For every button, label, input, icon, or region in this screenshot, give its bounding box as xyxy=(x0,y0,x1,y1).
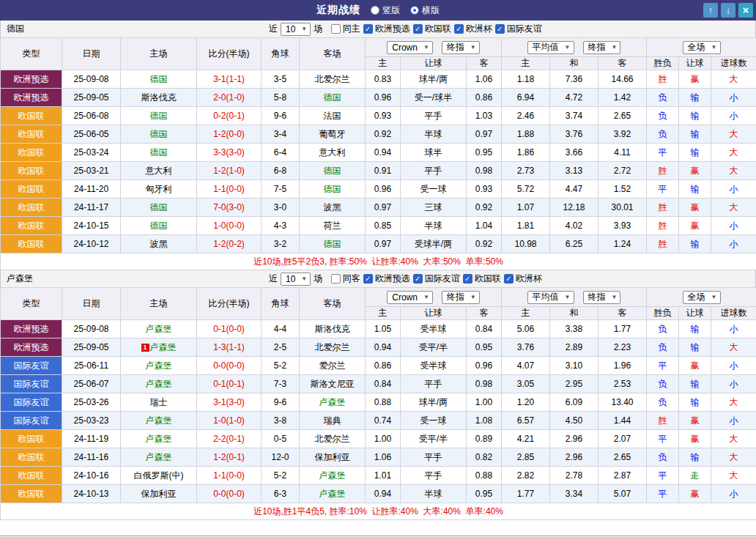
eu-home-odds: 4.21 xyxy=(502,430,550,448)
checkbox-icon[interactable] xyxy=(331,274,341,284)
summary-row: 近10场,胜1平4负5, 胜率:10% 让胜率:40% 大率:40% 单率:40… xyxy=(1,503,756,520)
team-link[interactable]: 爱尔兰 xyxy=(319,360,346,371)
team-link[interactable]: 葡萄牙 xyxy=(319,129,346,139)
match-type-badge: 欧国联 xyxy=(1,199,62,217)
team-link[interactable]: 卢森堡 xyxy=(150,342,177,352)
team-link[interactable]: 北爱尔兰 xyxy=(315,434,350,444)
match-date: 25-03-23 xyxy=(62,412,121,430)
match-count-select[interactable]: 10▼ xyxy=(281,23,311,36)
scope-select[interactable]: 全场▼ xyxy=(683,41,721,54)
team-link[interactable]: 德国 xyxy=(150,221,168,231)
team-link[interactable]: 卢森堡 xyxy=(146,360,172,371)
team-link[interactable]: 德国 xyxy=(150,111,168,121)
league-filter-1[interactable]: 欧国联 xyxy=(413,23,451,35)
team-link[interactable]: 斯洛伐克 xyxy=(315,324,350,334)
match-type-badge: 国际友谊 xyxy=(1,375,62,393)
checkbox-icon[interactable] xyxy=(413,24,423,34)
checkbox-icon[interactable] xyxy=(363,24,373,34)
team-link[interactable]: 法国 xyxy=(324,111,341,121)
chevron-down-icon: ▼ xyxy=(711,294,717,300)
team-link[interactable]: 瑞士 xyxy=(150,397,168,407)
final-odds-select-2[interactable]: 终指▼ xyxy=(583,41,621,54)
team-link[interactable]: 德国 xyxy=(324,184,341,194)
average-select[interactable]: 平均值▼ xyxy=(527,291,574,304)
result-handicap: 输 xyxy=(679,338,711,357)
checkbox-icon[interactable] xyxy=(495,24,505,34)
league-filter-0[interactable]: 欧洲预选 xyxy=(363,23,410,35)
team-link[interactable]: 卢森堡 xyxy=(319,397,346,407)
team-link[interactable]: 斯洛文尼亚 xyxy=(311,379,355,389)
team-link[interactable]: 荷兰 xyxy=(324,221,341,231)
team-link[interactable]: 瑞典 xyxy=(324,415,341,426)
bookmaker-select[interactable]: Crown▼ xyxy=(387,291,433,304)
result-wdl: 负 xyxy=(647,448,679,467)
bookmaker-select[interactable]: Crown▼ xyxy=(387,41,433,54)
checkbox-icon[interactable] xyxy=(331,24,341,34)
result-handicap: 赢 xyxy=(679,70,711,89)
league-filter-3[interactable]: 欧洲杯 xyxy=(504,273,542,285)
radio-icon[interactable] xyxy=(371,6,379,15)
checkbox-icon[interactable] xyxy=(463,274,472,284)
team-link[interactable]: 北爱尔兰 xyxy=(315,74,350,84)
team-link[interactable]: 波黑 xyxy=(324,202,341,212)
team-link[interactable]: 卢森堡 xyxy=(319,470,346,481)
scope-select[interactable]: 全场▼ xyxy=(683,291,721,304)
league-filter-3[interactable]: 国际友谊 xyxy=(495,23,542,35)
team-link[interactable]: 白俄罗斯(中) xyxy=(134,470,184,481)
eu-draw-odds: 2.95 xyxy=(550,375,598,393)
team-link[interactable]: 卢森堡 xyxy=(146,415,172,426)
league-filter-1[interactable]: 国际友谊 xyxy=(413,273,460,285)
team-link[interactable]: 德国 xyxy=(150,129,168,139)
ah-line: 受一球 xyxy=(401,180,467,199)
ah-line: 受半球 xyxy=(401,357,467,375)
radio-label: 横版 xyxy=(422,4,440,17)
team-link[interactable]: 意大利 xyxy=(319,147,346,158)
team-link[interactable]: 德国 xyxy=(150,74,168,84)
team-link[interactable]: 卢森堡 xyxy=(319,489,346,499)
same-venue-filter[interactable]: 同主 xyxy=(331,23,360,35)
same-venue-filter[interactable]: 同客 xyxy=(331,273,360,285)
checkbox-icon[interactable] xyxy=(504,274,514,284)
team-link[interactable]: 斯洛伐克 xyxy=(141,92,177,103)
team-link[interactable]: 意大利 xyxy=(146,166,172,176)
radio-icon[interactable] xyxy=(410,6,419,15)
average-select[interactable]: 平均值▼ xyxy=(527,41,574,54)
team-link[interactable]: 波黑 xyxy=(150,239,168,249)
match-score: 1-0(1-0) xyxy=(197,412,262,430)
chevron-down-icon: ▼ xyxy=(301,275,307,282)
league-filter-2[interactable]: 欧洲杯 xyxy=(454,23,492,35)
scroll-up-button[interactable]: ↑ xyxy=(703,3,718,18)
match-type-badge: 欧洲预选 xyxy=(1,338,62,357)
league-filter-0[interactable]: 欧洲预选 xyxy=(363,273,410,285)
layout-radio-horizontal[interactable]: 横版 xyxy=(410,4,440,17)
final-odds-select-2[interactable]: 终指▼ xyxy=(583,291,621,304)
final-odds-select[interactable]: 终指▼ xyxy=(442,291,480,304)
team-link[interactable]: 匈牙利 xyxy=(146,184,172,194)
team-link[interactable]: 德国 xyxy=(150,202,168,212)
match-date: 24-10-15 xyxy=(62,217,121,235)
checkbox-icon[interactable] xyxy=(454,24,464,34)
layout-radio-vertical[interactable]: 竖版 xyxy=(371,4,400,17)
team-link[interactable]: 德国 xyxy=(150,147,168,158)
team-link[interactable]: 保加利亚 xyxy=(315,452,350,462)
league-filter-2[interactable]: 欧国联 xyxy=(463,273,501,285)
result-wdl: 平 xyxy=(647,357,679,375)
team-link[interactable]: 保加利亚 xyxy=(141,489,177,499)
team-link[interactable]: 德国 xyxy=(324,166,341,176)
checkbox-icon[interactable] xyxy=(363,274,373,284)
team-link[interactable]: 卢森堡 xyxy=(146,434,172,444)
team-link[interactable]: 德国 xyxy=(324,239,341,249)
checkbox-icon[interactable] xyxy=(413,274,423,284)
team-link[interactable]: 德国 xyxy=(324,92,341,103)
final-odds-select[interactable]: 终指▼ xyxy=(442,41,480,54)
team-link[interactable]: 北爱尔兰 xyxy=(315,342,350,352)
team-link[interactable]: 卢森堡 xyxy=(146,452,172,462)
scroll-down-button[interactable]: ↓ xyxy=(721,3,735,18)
away-team-cell: 爱尔兰 xyxy=(300,357,366,375)
team-link[interactable]: 卢森堡 xyxy=(146,324,172,334)
eu-home-odds: 6.57 xyxy=(502,412,550,430)
close-button[interactable]: × xyxy=(738,3,753,18)
table-row: 国际友谊 25-03-26 瑞士 3-1(3-0) 9-6 卢森堡 0.88 球… xyxy=(1,393,756,412)
match-count-select[interactable]: 10▼ xyxy=(281,273,311,286)
team-link[interactable]: 卢森堡 xyxy=(146,379,172,389)
